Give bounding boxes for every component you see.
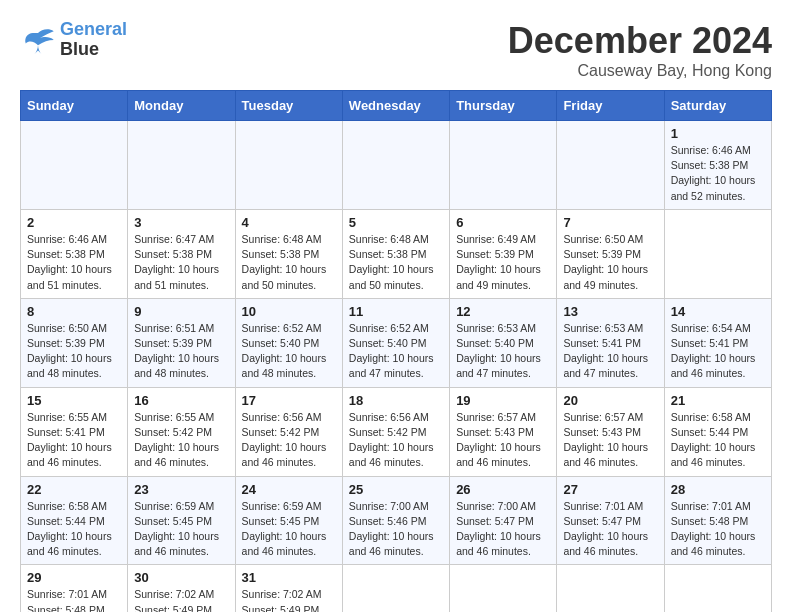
day-info: Sunrise: 7:02 AMSunset: 5:49 PMDaylight:… bbox=[134, 587, 228, 612]
day-number: 29 bbox=[27, 570, 121, 585]
calendar-cell: 16Sunrise: 6:55 AMSunset: 5:42 PMDayligh… bbox=[128, 387, 235, 476]
day-info: Sunrise: 6:56 AMSunset: 5:42 PMDaylight:… bbox=[349, 410, 443, 471]
day-info: Sunrise: 6:53 AMSunset: 5:41 PMDaylight:… bbox=[563, 321, 657, 382]
calendar-cell: 25Sunrise: 7:00 AMSunset: 5:46 PMDayligh… bbox=[342, 476, 449, 565]
day-number: 2 bbox=[27, 215, 121, 230]
calendar-cell: 22Sunrise: 6:58 AMSunset: 5:44 PMDayligh… bbox=[21, 476, 128, 565]
calendar-week-row: 2Sunrise: 6:46 AMSunset: 5:38 PMDaylight… bbox=[21, 209, 772, 298]
location-subtitle: Causeway Bay, Hong Kong bbox=[508, 62, 772, 80]
calendar-cell: 13Sunrise: 6:53 AMSunset: 5:41 PMDayligh… bbox=[557, 298, 664, 387]
calendar-cell: 24Sunrise: 6:59 AMSunset: 5:45 PMDayligh… bbox=[235, 476, 342, 565]
calendar-cell: 30Sunrise: 7:02 AMSunset: 5:49 PMDayligh… bbox=[128, 565, 235, 612]
calendar-cell: 23Sunrise: 6:59 AMSunset: 5:45 PMDayligh… bbox=[128, 476, 235, 565]
column-header-monday: Monday bbox=[128, 91, 235, 121]
day-number: 17 bbox=[242, 393, 336, 408]
calendar-cell bbox=[557, 121, 664, 210]
day-number: 3 bbox=[134, 215, 228, 230]
calendar-cell: 18Sunrise: 6:56 AMSunset: 5:42 PMDayligh… bbox=[342, 387, 449, 476]
calendar-cell: 31Sunrise: 7:02 AMSunset: 5:49 PMDayligh… bbox=[235, 565, 342, 612]
calendar-cell: 10Sunrise: 6:52 AMSunset: 5:40 PMDayligh… bbox=[235, 298, 342, 387]
day-number: 8 bbox=[27, 304, 121, 319]
logo-line1: General bbox=[60, 20, 127, 40]
calendar-cell: 19Sunrise: 6:57 AMSunset: 5:43 PMDayligh… bbox=[450, 387, 557, 476]
day-info: Sunrise: 6:48 AMSunset: 5:38 PMDaylight:… bbox=[242, 232, 336, 293]
day-info: Sunrise: 6:52 AMSunset: 5:40 PMDaylight:… bbox=[349, 321, 443, 382]
calendar-cell bbox=[450, 121, 557, 210]
day-info: Sunrise: 6:57 AMSunset: 5:43 PMDaylight:… bbox=[456, 410, 550, 471]
day-info: Sunrise: 6:47 AMSunset: 5:38 PMDaylight:… bbox=[134, 232, 228, 293]
calendar-cell bbox=[128, 121, 235, 210]
calendar-cell: 2Sunrise: 6:46 AMSunset: 5:38 PMDaylight… bbox=[21, 209, 128, 298]
calendar-cell: 29Sunrise: 7:01 AMSunset: 5:48 PMDayligh… bbox=[21, 565, 128, 612]
calendar-cell bbox=[664, 209, 771, 298]
day-number: 15 bbox=[27, 393, 121, 408]
calendar-cell bbox=[664, 565, 771, 612]
month-title: December 2024 bbox=[508, 20, 772, 62]
logo-icon bbox=[20, 26, 56, 54]
day-number: 21 bbox=[671, 393, 765, 408]
calendar-week-row: 22Sunrise: 6:58 AMSunset: 5:44 PMDayligh… bbox=[21, 476, 772, 565]
day-number: 24 bbox=[242, 482, 336, 497]
day-number: 11 bbox=[349, 304, 443, 319]
calendar-cell bbox=[342, 565, 449, 612]
calendar-week-row: 8Sunrise: 6:50 AMSunset: 5:39 PMDaylight… bbox=[21, 298, 772, 387]
calendar-cell: 27Sunrise: 7:01 AMSunset: 5:47 PMDayligh… bbox=[557, 476, 664, 565]
calendar-cell: 14Sunrise: 6:54 AMSunset: 5:41 PMDayligh… bbox=[664, 298, 771, 387]
day-number: 16 bbox=[134, 393, 228, 408]
calendar-cell: 1Sunrise: 6:46 AMSunset: 5:38 PMDaylight… bbox=[664, 121, 771, 210]
day-number: 10 bbox=[242, 304, 336, 319]
calendar-cell: 5Sunrise: 6:48 AMSunset: 5:38 PMDaylight… bbox=[342, 209, 449, 298]
calendar-cell: 28Sunrise: 7:01 AMSunset: 5:48 PMDayligh… bbox=[664, 476, 771, 565]
calendar-cell: 11Sunrise: 6:52 AMSunset: 5:40 PMDayligh… bbox=[342, 298, 449, 387]
day-info: Sunrise: 6:51 AMSunset: 5:39 PMDaylight:… bbox=[134, 321, 228, 382]
calendar-cell: 9Sunrise: 6:51 AMSunset: 5:39 PMDaylight… bbox=[128, 298, 235, 387]
day-number: 1 bbox=[671, 126, 765, 141]
calendar-cell: 15Sunrise: 6:55 AMSunset: 5:41 PMDayligh… bbox=[21, 387, 128, 476]
calendar-cell: 7Sunrise: 6:50 AMSunset: 5:39 PMDaylight… bbox=[557, 209, 664, 298]
day-info: Sunrise: 6:53 AMSunset: 5:40 PMDaylight:… bbox=[456, 321, 550, 382]
day-info: Sunrise: 6:46 AMSunset: 5:38 PMDaylight:… bbox=[27, 232, 121, 293]
day-info: Sunrise: 7:01 AMSunset: 5:48 PMDaylight:… bbox=[671, 499, 765, 560]
calendar-cell bbox=[21, 121, 128, 210]
day-number: 13 bbox=[563, 304, 657, 319]
calendar-table: SundayMondayTuesdayWednesdayThursdayFrid… bbox=[20, 90, 772, 612]
calendar-cell: 17Sunrise: 6:56 AMSunset: 5:42 PMDayligh… bbox=[235, 387, 342, 476]
calendar-cell: 21Sunrise: 6:58 AMSunset: 5:44 PMDayligh… bbox=[664, 387, 771, 476]
calendar-header-row: SundayMondayTuesdayWednesdayThursdayFrid… bbox=[21, 91, 772, 121]
day-info: Sunrise: 6:59 AMSunset: 5:45 PMDaylight:… bbox=[134, 499, 228, 560]
day-info: Sunrise: 6:48 AMSunset: 5:38 PMDaylight:… bbox=[349, 232, 443, 293]
day-number: 26 bbox=[456, 482, 550, 497]
column-header-friday: Friday bbox=[557, 91, 664, 121]
page-header: General Blue December 2024 Causeway Bay,… bbox=[20, 20, 772, 80]
day-info: Sunrise: 7:00 AMSunset: 5:47 PMDaylight:… bbox=[456, 499, 550, 560]
column-header-wednesday: Wednesday bbox=[342, 91, 449, 121]
day-number: 30 bbox=[134, 570, 228, 585]
calendar-week-row: 1Sunrise: 6:46 AMSunset: 5:38 PMDaylight… bbox=[21, 121, 772, 210]
calendar-cell: 3Sunrise: 6:47 AMSunset: 5:38 PMDaylight… bbox=[128, 209, 235, 298]
day-number: 7 bbox=[563, 215, 657, 230]
day-info: Sunrise: 6:58 AMSunset: 5:44 PMDaylight:… bbox=[27, 499, 121, 560]
calendar-cell: 20Sunrise: 6:57 AMSunset: 5:43 PMDayligh… bbox=[557, 387, 664, 476]
column-header-sunday: Sunday bbox=[21, 91, 128, 121]
day-info: Sunrise: 6:54 AMSunset: 5:41 PMDaylight:… bbox=[671, 321, 765, 382]
calendar-week-row: 29Sunrise: 7:01 AMSunset: 5:48 PMDayligh… bbox=[21, 565, 772, 612]
day-info: Sunrise: 6:50 AMSunset: 5:39 PMDaylight:… bbox=[563, 232, 657, 293]
calendar-cell: 12Sunrise: 6:53 AMSunset: 5:40 PMDayligh… bbox=[450, 298, 557, 387]
calendar-cell bbox=[557, 565, 664, 612]
column-header-thursday: Thursday bbox=[450, 91, 557, 121]
day-info: Sunrise: 6:46 AMSunset: 5:38 PMDaylight:… bbox=[671, 143, 765, 204]
logo-line2: Blue bbox=[60, 40, 127, 60]
day-info: Sunrise: 6:58 AMSunset: 5:44 PMDaylight:… bbox=[671, 410, 765, 471]
day-number: 5 bbox=[349, 215, 443, 230]
day-info: Sunrise: 6:49 AMSunset: 5:39 PMDaylight:… bbox=[456, 232, 550, 293]
day-info: Sunrise: 7:02 AMSunset: 5:49 PMDaylight:… bbox=[242, 587, 336, 612]
day-number: 12 bbox=[456, 304, 550, 319]
day-number: 31 bbox=[242, 570, 336, 585]
day-info: Sunrise: 6:56 AMSunset: 5:42 PMDaylight:… bbox=[242, 410, 336, 471]
calendar-cell bbox=[235, 121, 342, 210]
calendar-cell: 8Sunrise: 6:50 AMSunset: 5:39 PMDaylight… bbox=[21, 298, 128, 387]
day-number: 4 bbox=[242, 215, 336, 230]
day-info: Sunrise: 6:59 AMSunset: 5:45 PMDaylight:… bbox=[242, 499, 336, 560]
day-number: 28 bbox=[671, 482, 765, 497]
day-number: 25 bbox=[349, 482, 443, 497]
